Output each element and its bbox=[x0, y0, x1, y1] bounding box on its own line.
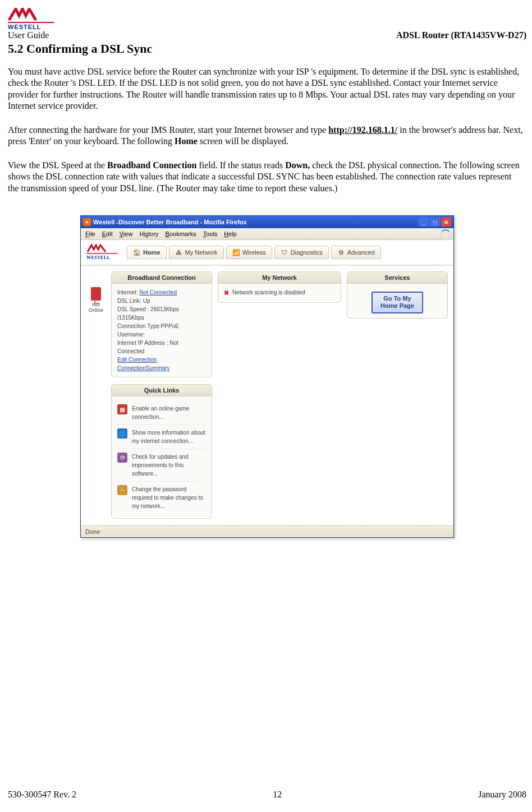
window-maximize-button[interactable]: □ bbox=[430, 218, 440, 227]
ql-item-game[interactable]: ▦ Enable an online game connection... bbox=[117, 401, 206, 425]
para2-bold: Home bbox=[175, 136, 198, 146]
lock-icon: 🔒 bbox=[117, 485, 127, 495]
ql-label-3: Change the password required to make cha… bbox=[132, 485, 206, 510]
bb-dsl-link: DSL Link: Up bbox=[117, 297, 206, 305]
model-label: ADSL Router (RTA1435VW-D27) bbox=[396, 30, 526, 40]
browser-menubar: File Edit View History Bookmarks Tools H… bbox=[81, 228, 453, 240]
brand-text: WESTELL bbox=[8, 24, 42, 30]
firefox-icon: ● bbox=[83, 218, 91, 226]
bb-conn-summary-link[interactable]: ConnectionSummary bbox=[117, 365, 169, 371]
para3-pre: View the DSL Speed at the bbox=[8, 160, 107, 170]
services-header: Services bbox=[347, 272, 447, 284]
ql-label-1: Show more information about my internet … bbox=[132, 428, 206, 445]
status-text: Done bbox=[85, 528, 100, 535]
menu-bookmarks[interactable]: Bookmarks bbox=[166, 230, 196, 237]
quicklinks-header: Quick Links bbox=[112, 385, 212, 396]
game-icon: ▦ bbox=[117, 404, 127, 414]
plug-icon bbox=[91, 287, 101, 301]
menu-tools[interactable]: Tools bbox=[203, 230, 218, 237]
my-network-header: My Network bbox=[218, 272, 341, 284]
tab-advanced-label: Advanced bbox=[347, 249, 375, 256]
wireless-icon: 📶 bbox=[232, 248, 240, 256]
ql-item-password[interactable]: 🔒 Change the password required to make c… bbox=[117, 482, 206, 514]
ql-item-info[interactable]: 🌐 Show more information about my interne… bbox=[117, 425, 206, 449]
bb-edit-connection-link[interactable]: Edit Connection bbox=[117, 357, 157, 363]
my-network-text: Network scanning is disabled bbox=[232, 288, 305, 297]
window-minimize-button[interactable]: _ bbox=[419, 218, 429, 227]
home-icon: 🏠 bbox=[133, 248, 141, 256]
tab-home-label: Home bbox=[143, 249, 160, 256]
tab-wireless[interactable]: 📶 Wireless bbox=[226, 246, 272, 259]
go-home-l1: Go To My bbox=[380, 295, 414, 302]
quicklinks-panel: Quick Links ▦ Enable an online game conn… bbox=[111, 384, 212, 519]
para-3: View the DSL Speed at the Broadband Conn… bbox=[8, 160, 524, 194]
para-1: You must have active DSL service before … bbox=[8, 66, 524, 112]
tab-advanced[interactable]: ⚙ Advanced bbox=[331, 246, 381, 259]
westell-logo-small: WESTELL bbox=[85, 243, 119, 261]
status-not-online: Not Online bbox=[86, 287, 106, 313]
footer-right: January 2008 bbox=[478, 790, 526, 800]
para3-mid: field. If the status reads bbox=[196, 160, 285, 170]
para3-b2: Down, bbox=[285, 160, 310, 170]
services-panel: Services Go To My Home Page bbox=[347, 271, 448, 318]
tab-wireless-label: Wireless bbox=[242, 249, 266, 256]
update-icon: ⟳ bbox=[117, 453, 127, 463]
menu-help[interactable]: Help bbox=[224, 230, 237, 237]
bb-dsl-speed: DSL Speed : 26013Kbps /1315Kbps bbox=[117, 305, 206, 322]
ql-label-2: Check for updates and improvements to th… bbox=[132, 453, 206, 478]
svg-text:WESTELL: WESTELL bbox=[86, 255, 111, 260]
broadband-header: Broadband Connection bbox=[112, 272, 212, 284]
menu-edit[interactable]: Edit bbox=[102, 230, 113, 237]
network-icon: 🖧 bbox=[175, 248, 183, 256]
throbber-icon bbox=[440, 229, 451, 241]
ql-item-updates[interactable]: ⟳ Check for updates and improvements to … bbox=[117, 449, 206, 482]
westell-logo-icon: WESTELL bbox=[8, 8, 54, 31]
para2-post2: screen will be displayed. bbox=[198, 136, 288, 146]
x-icon: ✖ bbox=[224, 288, 229, 298]
tab-home[interactable]: 🏠 Home bbox=[127, 246, 167, 259]
bb-username: Username: bbox=[117, 330, 206, 339]
broadband-panel: Broadband Connection Internet: Not Conne… bbox=[111, 271, 212, 377]
page-header: WESTELL 🏠 Home 🖧 My Network 📶 Wireless bbox=[81, 240, 453, 265]
window-close-button[interactable]: ✕ bbox=[441, 218, 451, 227]
para3-b1: Broadband Connection bbox=[107, 160, 196, 170]
globe-icon: 🌐 bbox=[117, 428, 127, 439]
window-title: Westell -Discover Better Broadband - Moz… bbox=[93, 219, 247, 225]
section-title: 5.2 Confirming a DSL Sync bbox=[8, 41, 526, 56]
go-home-button[interactable]: Go To My Home Page bbox=[372, 292, 423, 313]
menu-file[interactable]: File bbox=[85, 230, 95, 237]
bb-conn-type: Connection Type:PPPoE bbox=[117, 322, 206, 330]
menu-history[interactable]: History bbox=[139, 230, 158, 237]
tab-diagnostics-label: Diagnostics bbox=[291, 249, 323, 256]
router-url-link[interactable]: http://192.168.1.1/ bbox=[328, 125, 397, 135]
go-home-l2: Home Page bbox=[380, 302, 414, 310]
tab-diagnostics[interactable]: 🛡 Diagnostics bbox=[274, 246, 329, 259]
screenshot-container: ● Westell -Discover Better Broadband - M… bbox=[8, 215, 526, 538]
para-2: After connecting the hardware for your I… bbox=[8, 124, 524, 147]
firefox-window: ● Westell -Discover Better Broadband - M… bbox=[80, 215, 454, 538]
user-guide-label: User Guide bbox=[8, 30, 49, 40]
main-tabs: 🏠 Home 🖧 My Network 📶 Wireless 🛡 Diagnos… bbox=[127, 246, 381, 259]
tab-mynetwork-label: My Network bbox=[185, 249, 218, 256]
bb-internet-link[interactable]: Not Connected bbox=[139, 289, 177, 296]
brand-logo: WESTELL bbox=[8, 8, 526, 31]
tab-my-network[interactable]: 🖧 My Network bbox=[169, 246, 224, 259]
advanced-icon: ⚙ bbox=[337, 248, 345, 256]
diagnostics-icon: 🛡 bbox=[281, 248, 288, 256]
footer-center: 12 bbox=[273, 790, 282, 800]
bb-internet-label: Internet: bbox=[117, 289, 139, 296]
ql-label-0: Enable an online game connection... bbox=[132, 404, 206, 421]
window-titlebar: ● Westell -Discover Better Broadband - M… bbox=[81, 216, 453, 228]
bb-internet: Internet: Not Connected bbox=[117, 288, 206, 297]
para2-pre: After connecting the hardware for your I… bbox=[8, 125, 328, 135]
footer-left: 530-300547 Rev. 2 bbox=[8, 790, 76, 800]
browser-statusbar: Done bbox=[81, 525, 453, 537]
content-row: Not Online Broadband Connection Internet… bbox=[81, 265, 453, 525]
my-network-panel: My Network ✖ Network scanning is disable… bbox=[218, 271, 341, 303]
menu-view[interactable]: View bbox=[120, 230, 133, 237]
bb-ip: Internet IP Address : Not Connected bbox=[117, 339, 206, 356]
page-footer: 530-300547 Rev. 2 12 January 2008 bbox=[8, 790, 526, 800]
